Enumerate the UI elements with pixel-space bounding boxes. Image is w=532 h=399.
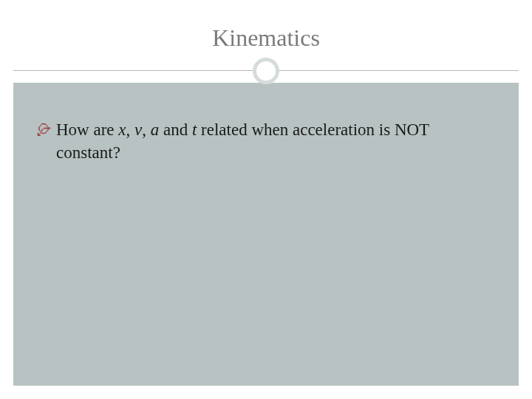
- bullet-text: How are x, v, a and t related when accel…: [56, 118, 497, 164]
- text-segment: How are: [56, 120, 118, 139]
- content-block: ⌮ How are x, v, a and t related when acc…: [13, 83, 519, 186]
- text-segment: ,: [126, 120, 135, 139]
- text-segment: ,: [142, 120, 151, 139]
- bullet-icon: ⌮: [35, 118, 52, 140]
- slide: Kinematics ⌮ How are x, v, a and t relat…: [0, 0, 532, 399]
- circle-marker-icon: [253, 58, 279, 84]
- variable-x: x: [118, 120, 126, 139]
- variable-v: v: [134, 120, 142, 139]
- slide-title: Kinematics: [212, 24, 320, 52]
- bullet-item: ⌮ How are x, v, a and t related when acc…: [35, 118, 497, 164]
- body-area: ⌮ How are x, v, a and t related when acc…: [13, 83, 519, 386]
- text-segment: and: [159, 120, 192, 139]
- variable-a: a: [151, 120, 160, 139]
